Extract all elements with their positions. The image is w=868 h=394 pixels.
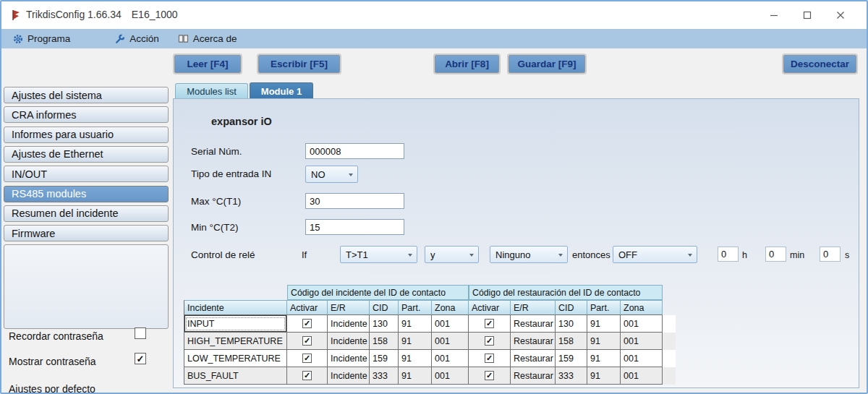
serial-input[interactable]: [305, 143, 404, 159]
restore-zona-cell[interactable]: 001: [621, 315, 663, 333]
min-temp-input[interactable]: [305, 219, 404, 235]
restore-zona-cell[interactable]: 001: [621, 333, 663, 350]
sidebar-item-resumen-del-incidente[interactable]: Resumen del incidente: [4, 205, 169, 222]
restore-zona-cell[interactable]: 001: [621, 350, 663, 367]
chevron-down-icon: [349, 174, 353, 176]
event-activar-checkbox[interactable]: ✓: [302, 319, 312, 328]
menu-programa-label: Programa: [27, 33, 70, 44]
incident-name-cell[interactable]: BUS_FAULT: [184, 367, 287, 385]
relay-operator-value: y: [430, 249, 435, 260]
column-header-incidente: Incidente: [184, 300, 287, 315]
sidebar-item-firmware[interactable]: Firmware: [4, 225, 169, 241]
sidebar-item-ajustes-de-ethernet[interactable]: Ajustes de Ethernet: [4, 146, 169, 163]
restore-activar-checkbox[interactable]: ✓: [485, 336, 494, 346]
defaults-label[interactable]: Ajustes por defecto: [9, 383, 95, 394]
column-header-part: Part.: [587, 300, 621, 315]
restore-activar-checkbox[interactable]: ✓: [485, 319, 494, 328]
read-button[interactable]: Leer [F4]: [174, 55, 241, 73]
trikdis-app-icon: [12, 9, 21, 21]
sidebar-item-informes-para-usuario[interactable]: Informes para usuario: [4, 127, 169, 143]
restore-cid-cell[interactable]: 333: [556, 367, 587, 385]
relay-if-label: If: [302, 249, 307, 260]
table-row: LOW_TEMPERATURE✓Incidente15991001✓Restau…: [184, 350, 676, 367]
restore-part-cell[interactable]: 91: [587, 333, 621, 350]
menu-bar: Programa Acción Acerca de: [1, 29, 867, 48]
restore-er-cell[interactable]: Restaurar: [511, 315, 556, 333]
menu-programa[interactable]: Programa: [13, 33, 70, 44]
incident-name-cell[interactable]: HIGH_TEMPERATURE: [184, 333, 287, 350]
serial-label: Serial Núm.: [191, 146, 242, 157]
event-er-cell[interactable]: Incidente: [328, 333, 370, 350]
sidebar-item-rs485-modules[interactable]: RS485 modules: [4, 186, 169, 202]
restore-er-cell[interactable]: Restaurar: [511, 367, 556, 385]
close-button[interactable]: [825, 1, 856, 29]
menu-acerca-de[interactable]: Acerca de: [178, 33, 237, 44]
restore-er-cell[interactable]: Restaurar: [511, 350, 556, 367]
write-button[interactable]: Escribir [F5]: [258, 55, 340, 73]
event-activar-checkbox[interactable]: ✓: [302, 336, 312, 346]
max-temp-input[interactable]: [305, 193, 404, 209]
event-part-cell[interactable]: 91: [399, 315, 432, 333]
event-cid-cell[interactable]: 333: [370, 367, 399, 385]
restore-activar-cell: ✓: [469, 350, 511, 367]
event-zona-cell[interactable]: 001: [432, 315, 469, 333]
sidebar-item-cra-informes[interactable]: CRA informes: [4, 106, 169, 123]
incident-name-cell[interactable]: LOW_TEMPERATURE: [184, 350, 287, 367]
maximize-button[interactable]: [791, 1, 823, 29]
event-part-cell[interactable]: 91: [399, 367, 432, 385]
restore-activar-cell: ✓: [469, 333, 511, 350]
event-zona-cell[interactable]: 001: [432, 350, 469, 367]
sidebar-item-ajustes-del-sistema[interactable]: Ajustes del sistema: [4, 87, 169, 103]
tab-modules-list[interactable]: Modules list: [175, 83, 248, 99]
relay-hours-input[interactable]: [718, 247, 739, 262]
event-er-cell[interactable]: Incidente: [328, 315, 370, 333]
relay-operator-select[interactable]: y: [425, 246, 479, 263]
restore-part-cell[interactable]: 91: [587, 350, 621, 367]
restore-cid-cell[interactable]: 130: [556, 315, 587, 333]
event-part-cell[interactable]: 91: [399, 350, 432, 367]
event-zona-cell[interactable]: 001: [432, 367, 469, 385]
restore-er-cell[interactable]: Restaurar: [511, 333, 556, 350]
restore-cid-cell[interactable]: 159: [556, 350, 587, 367]
restore-cid-cell[interactable]: 158: [556, 333, 587, 350]
restore-zona-cell[interactable]: 001: [621, 367, 663, 385]
input-type-value: NO: [311, 169, 326, 180]
book-icon: [178, 34, 189, 43]
save-button[interactable]: Guardar [F9]: [509, 55, 585, 73]
column-header-er: E/R: [328, 300, 370, 315]
incident-name-cell[interactable]: INPUT: [184, 315, 287, 333]
remember-password-checkbox[interactable]: [135, 327, 146, 339]
show-password-checkbox[interactable]: ✓: [135, 353, 146, 364]
minimize-button[interactable]: [758, 1, 790, 29]
relay-seconds-input[interactable]: [820, 247, 841, 262]
input-type-select[interactable]: NO: [305, 166, 358, 183]
relay-condition2-select[interactable]: Ninguno: [490, 246, 568, 263]
event-cid-cell[interactable]: 158: [370, 333, 399, 350]
event-er-cell[interactable]: Incidente: [328, 350, 370, 367]
relay-condition1-value: T>T1: [346, 249, 368, 260]
event-er-cell[interactable]: Incidente: [328, 367, 370, 385]
tab-module-1[interactable]: Module 1: [250, 82, 313, 99]
event-cid-cell[interactable]: 130: [370, 315, 399, 333]
sidebar-item-in-out[interactable]: IN/OUT: [4, 166, 169, 182]
remember-password-label: Recordar contraseña: [9, 330, 103, 342]
relay-action-select[interactable]: OFF: [613, 246, 697, 263]
relay-control-label: Control de relé: [191, 249, 255, 260]
close-icon: [836, 11, 845, 20]
restore-activar-checkbox[interactable]: ✓: [485, 354, 494, 363]
event-zona-cell[interactable]: 001: [432, 333, 469, 350]
restore-part-cell[interactable]: 91: [587, 315, 621, 333]
event-activar-checkbox[interactable]: ✓: [302, 354, 312, 363]
event-activar-checkbox[interactable]: ✓: [302, 371, 312, 380]
relay-condition1-select[interactable]: T>T1: [340, 246, 417, 263]
menu-accion[interactable]: Acción: [115, 33, 159, 44]
event-part-cell[interactable]: 91: [399, 333, 432, 350]
restore-activar-checkbox[interactable]: ✓: [485, 371, 494, 380]
restore-part-cell[interactable]: 91: [587, 367, 621, 385]
table-row: HIGH_TEMPERATURE✓Incidente15891001✓Resta…: [184, 333, 676, 350]
disconnect-button[interactable]: Desconectar: [783, 55, 856, 73]
event-cid-cell[interactable]: 159: [370, 350, 399, 367]
event-activar-cell: ✓: [287, 367, 328, 385]
relay-minutes-input[interactable]: [765, 247, 786, 262]
open-button[interactable]: Abrir [F8]: [435, 55, 499, 73]
